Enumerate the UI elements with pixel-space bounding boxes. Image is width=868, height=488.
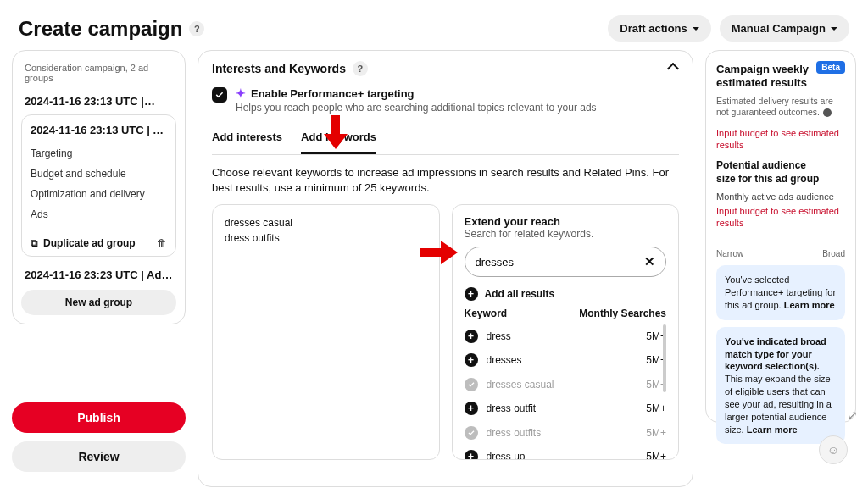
campaign-tree: Consideration campaign, 2 ad groups 2024…: [12, 50, 186, 324]
publish-button[interactable]: Publish: [12, 402, 186, 433]
plus-icon: +: [465, 287, 478, 301]
clear-icon[interactable]: ✕: [644, 254, 655, 269]
extend-reach-panel: Extend your reach Search for related key…: [452, 204, 680, 460]
added-icon: [465, 426, 478, 440]
keywords-description: Choose relevant keywords to increase ad …: [212, 165, 679, 196]
adgroup-title[interactable]: 2024-11-16 23:13 UTC | Ad…: [31, 124, 167, 136]
add-all-results-button[interactable]: + Add all results: [465, 287, 667, 301]
sparkle-icon: ✦: [236, 86, 246, 100]
performance-plus-label: Enable Performance+ targeting: [251, 87, 415, 100]
keyword-search-input[interactable]: [476, 256, 638, 269]
keyword-text: dresses casual: [487, 379, 554, 391]
tab-add-keywords[interactable]: Add keywords: [301, 122, 376, 154]
keyword-volume: 5M+: [646, 379, 666, 391]
campaign-subtitle: Consideration campaign, 2 ad groups: [19, 59, 178, 90]
estimates-panel: Beta Campaign weekly estimated results E…: [705, 50, 856, 423]
adgroup-nav-targeting[interactable]: Targeting: [31, 143, 167, 164]
extend-sub: Search for related keywords.: [465, 228, 667, 240]
col-keyword: Keyword: [465, 308, 508, 319]
adgroup-nav-optimization[interactable]: Optimization and delivery: [31, 184, 167, 204]
selected-keyword: dress outfits: [225, 230, 427, 246]
add-icon[interactable]: +: [465, 353, 478, 367]
learn-more-link[interactable]: Learn more: [747, 424, 798, 435]
audience-title-b: size for this ad group: [716, 173, 845, 186]
keyword-text: dresses: [487, 354, 522, 366]
add-icon[interactable]: +: [465, 402, 478, 415]
keyword-volume: 5M+: [646, 354, 666, 366]
help-icon[interactable]: ?: [189, 21, 204, 36]
keyword-volume: 5M+: [646, 402, 666, 414]
learn-more-link[interactable]: Learn more: [784, 300, 835, 310]
help-icon[interactable]: ?: [353, 61, 368, 76]
keyword-volume: 5M+: [646, 451, 666, 459]
add-icon[interactable]: +: [465, 330, 478, 343]
adgroup-nav-ads[interactable]: Ads: [31, 204, 167, 225]
add-icon[interactable]: +: [465, 450, 478, 459]
draft-actions-dropdown[interactable]: Draft actions: [608, 15, 710, 42]
campaign-mode-dropdown[interactable]: Manual Campaign: [720, 15, 849, 42]
help-chat-icon[interactable]: ☺: [819, 435, 848, 464]
keyword-row[interactable]: +dress5M+: [465, 324, 667, 348]
performance-plus-checkbox[interactable]: [212, 87, 227, 103]
keyword-volume: 5M+: [646, 427, 666, 439]
keyword-text: dress up: [487, 451, 526, 459]
selected-keyword: dresses casual: [225, 215, 427, 230]
beta-badge: Beta: [816, 61, 845, 74]
keyword-volume: 5M+: [646, 330, 666, 342]
duplicate-adgroup-button[interactable]: ⧉ Duplicate ad group: [31, 237, 136, 249]
keyword-results-list[interactable]: +dress5M++dresses5M+dresses casual5M++dr…: [465, 324, 667, 459]
estimate-warning: Input budget to see estimated results: [716, 127, 845, 152]
keyword-row[interactable]: +dresses5M+: [465, 348, 667, 372]
keyword-search[interactable]: ✕: [465, 247, 667, 277]
chevron-down-icon: [693, 22, 699, 35]
keyword-row[interactable]: dresses casual5M+: [465, 372, 667, 396]
keyword-text: dress outfits: [487, 427, 542, 439]
review-button[interactable]: Review: [12, 441, 186, 472]
audience-sub: Monthly active ads audience: [716, 191, 845, 202]
col-searches: Monthly Searches: [579, 308, 666, 319]
adgroup2-node[interactable]: 2024-11-16 23:23 UTC | Ad…: [19, 263, 178, 288]
keyword-tabs: Add interests Add keywords: [212, 122, 679, 155]
section-title: Interests and Keywords: [212, 62, 346, 75]
info-icon[interactable]: [823, 108, 832, 117]
tab-add-interests[interactable]: Add interests: [212, 122, 282, 154]
chevron-down-icon: [831, 22, 837, 35]
keyword-row[interactable]: +dress up5M+: [465, 445, 667, 459]
audience-warning: Input budget to see estimated results: [716, 205, 845, 230]
note-performance-plus: You've selected Performance+ targeting f…: [716, 265, 845, 320]
expand-icon[interactable]: ⤢: [848, 408, 858, 422]
keyword-row[interactable]: dress outfits5M+: [465, 420, 667, 445]
estimate-sub: Estimated delivery results are not guara…: [716, 96, 845, 119]
audience-slider-labels: Narrow Broad: [716, 249, 845, 258]
performance-plus-sub: Helps you reach people who are searching…: [236, 102, 597, 114]
collapse-icon[interactable]: [667, 63, 679, 75]
copy-icon: ⧉: [31, 237, 38, 249]
audience-title-a: Potential audience: [716, 159, 845, 173]
keyword-text: dress: [487, 330, 511, 342]
keyword-text: dress outfit: [487, 402, 537, 414]
note-broad-match: You've indicated broad match type for yo…: [716, 327, 845, 445]
added-icon: [465, 378, 478, 391]
extend-title: Extend your reach: [465, 215, 667, 228]
new-adgroup-button[interactable]: New ad group: [21, 290, 176, 315]
adgroup-card: 2024-11-16 23:13 UTC | Ad… Targeting Bud…: [21, 114, 176, 257]
keyword-row[interactable]: +dress outfit5M+: [465, 396, 667, 420]
trash-icon[interactable]: 🗑: [157, 237, 167, 249]
page-title: Create campaign: [19, 17, 182, 41]
selected-keywords-panel[interactable]: dresses casual dress outfits: [212, 204, 440, 460]
campaign-node[interactable]: 2024-11-16 23:13 UTC |…: [19, 90, 178, 114]
adgroup-nav-budget[interactable]: Budget and schedule: [31, 164, 167, 184]
